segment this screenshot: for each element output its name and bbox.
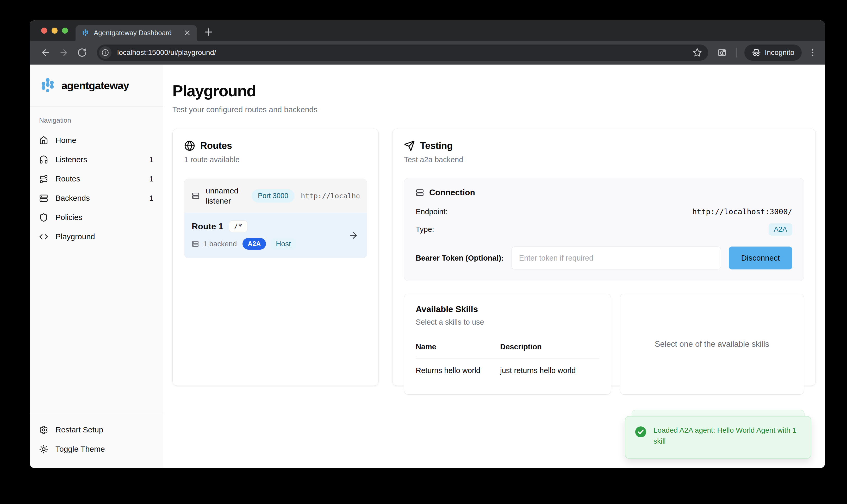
- success-check-icon: [635, 426, 647, 438]
- browser-menu-icon[interactable]: [808, 48, 817, 57]
- bookmark-star-icon[interactable]: [692, 48, 702, 57]
- sidebar-item-playground[interactable]: Playground: [39, 227, 154, 246]
- route-list-item[interactable]: Route 1 /* 1 backend A2A Host: [184, 213, 367, 258]
- browser-window: Agentgateway Dashboard localhost:15000/u…: [30, 20, 825, 468]
- agentgateway-logo-icon: [38, 76, 57, 95]
- browser-toolbar: localhost:15000/ui/playground/ Incognito: [30, 41, 825, 65]
- page-subtitle: Test your configured routes and backends: [172, 105, 816, 114]
- tab-close-icon[interactable]: [183, 29, 191, 37]
- home-icon: [39, 136, 48, 145]
- sidebar-item-label: Listeners: [55, 155, 87, 164]
- tab-strip: Agentgateway Dashboard: [30, 20, 825, 41]
- sidebar-item-listeners[interactable]: Listeners 1: [39, 150, 154, 169]
- sidebar-footer: Restart Setup Toggle Theme: [30, 414, 163, 468]
- listener-group: unnamed listener Port 3000 http://localh…: [184, 179, 367, 258]
- skill-detail-panel: Select one of the available skills: [620, 294, 804, 395]
- sun-icon: [39, 445, 48, 454]
- server-icon: [192, 192, 199, 200]
- forward-icon[interactable]: [59, 48, 69, 57]
- skills-title: Available Skills: [416, 304, 599, 314]
- skills-row: Available Skills Select a skills to use …: [404, 294, 804, 395]
- new-tab-icon[interactable]: [203, 26, 214, 37]
- routes-card-subtitle: 1 route available: [184, 156, 367, 164]
- restart-setup-label: Restart Setup: [55, 426, 103, 434]
- tab-title: Agentgateway Dashboard: [94, 29, 179, 37]
- connection-header: Connection: [416, 188, 792, 197]
- restart-setup-button[interactable]: Restart Setup: [39, 420, 154, 439]
- skills-col-name: Name: [416, 343, 500, 358]
- connection-title: Connection: [429, 188, 475, 197]
- token-row: Bearer Token (Optional): Disconnect: [416, 247, 792, 269]
- backend-count: 1 backend: [203, 240, 237, 248]
- close-window-button[interactable]: [41, 28, 47, 34]
- toolbar-divider: [736, 48, 737, 57]
- toast-message: Loaded A2A agent: Hello World Agent with…: [653, 425, 801, 447]
- sidebar-item-backends[interactable]: Backends 1: [39, 188, 154, 208]
- sidebar-item-home[interactable]: Home: [39, 131, 154, 150]
- incognito-icon: [752, 48, 761, 57]
- main-content: Playground Test your configured routes a…: [163, 65, 825, 468]
- server-icon: [416, 188, 424, 197]
- route-path-badge: /*: [229, 220, 247, 232]
- reload-icon[interactable]: [77, 48, 87, 57]
- favicon-agentgateway-icon: [81, 29, 90, 37]
- app-root: agentgateway Navigation Home: [30, 65, 825, 468]
- incognito-badge: Incognito: [744, 44, 802, 61]
- sidebar-item-label: Backends: [55, 194, 90, 202]
- site-info-icon[interactable]: [99, 46, 111, 59]
- arrow-right-icon[interactable]: [349, 230, 358, 240]
- sidebar-item-label: Playground: [55, 232, 95, 241]
- host-badge: Host: [271, 238, 296, 250]
- skill-description-cell: just returns hello world: [500, 358, 599, 375]
- sidebar-item-policies[interactable]: Policies: [39, 208, 154, 227]
- skill-name-cell[interactable]: Returns hello world: [416, 358, 500, 375]
- nav-section-label: Navigation: [39, 116, 154, 124]
- sidebar-item-count: 1: [149, 156, 154, 164]
- page-title: Playground: [172, 82, 816, 100]
- browser-tab[interactable]: Agentgateway Dashboard: [75, 25, 197, 41]
- listener-name: unnamed listener: [206, 186, 245, 206]
- brand-logo[interactable]: agentgateway: [30, 65, 163, 106]
- testing-card-subtitle: Test a2a backend: [404, 156, 804, 164]
- endpoint-value: http://localhost:3000/: [692, 207, 792, 216]
- skills-col-description: Description: [500, 343, 599, 358]
- endpoint-label: Endpoint:: [416, 208, 448, 216]
- minimize-window-button[interactable]: [52, 28, 57, 34]
- bearer-token-input[interactable]: [512, 247, 721, 269]
- port-badge: Port 3000: [252, 189, 295, 202]
- testing-card-title: Testing: [420, 140, 453, 151]
- sidebar: agentgateway Navigation Home: [30, 65, 163, 468]
- send-icon: [404, 140, 415, 151]
- incognito-label: Incognito: [765, 49, 794, 57]
- protocol-badge: A2A: [243, 238, 266, 250]
- type-row: Type: A2A: [416, 223, 792, 236]
- route-title-line: Route 1 /*: [192, 220, 359, 232]
- tab-search-icon[interactable]: [717, 48, 727, 57]
- sidebar-item-count: 1: [149, 175, 154, 183]
- type-badge: A2A: [769, 223, 792, 236]
- url-text[interactable]: localhost:15000/ui/playground/: [117, 49, 692, 57]
- maximize-window-button[interactable]: [62, 28, 68, 34]
- routes-card-title: Routes: [200, 140, 232, 151]
- endpoint-row: Endpoint: http://localhost:3000/: [416, 207, 792, 216]
- sidebar-item-label: Home: [55, 136, 76, 145]
- routes-card: Routes 1 route available unnamed listene…: [172, 129, 379, 386]
- code-icon: [39, 232, 48, 241]
- sidebar-item-routes[interactable]: Routes 1: [39, 169, 154, 188]
- skills-table: Name Description Returns hello world jus…: [416, 343, 599, 375]
- testing-card-header: Testing: [404, 140, 804, 151]
- back-icon[interactable]: [41, 48, 51, 57]
- listener-url: http://localhost:3000/: [301, 192, 359, 200]
- globe-icon: [184, 140, 195, 151]
- toast-notification[interactable]: Loaded A2A agent: Hello World Agent with…: [625, 416, 811, 459]
- disconnect-button[interactable]: Disconnect: [729, 247, 792, 269]
- table-row[interactable]: Returns hello world just returns hello w…: [416, 358, 599, 375]
- sidebar-item-label: Routes: [55, 175, 80, 183]
- brand-name: agentgateway: [61, 80, 129, 92]
- connection-panel: Connection Endpoint: http://localhost:30…: [404, 178, 804, 281]
- toggle-theme-button[interactable]: Toggle Theme: [39, 439, 154, 459]
- shield-icon: [39, 213, 48, 222]
- available-skills-panel: Available Skills Select a skills to use …: [404, 294, 611, 395]
- skill-detail-placeholder: Select one of the available skills: [655, 340, 769, 349]
- address-bar[interactable]: localhost:15000/ui/playground/: [97, 44, 708, 61]
